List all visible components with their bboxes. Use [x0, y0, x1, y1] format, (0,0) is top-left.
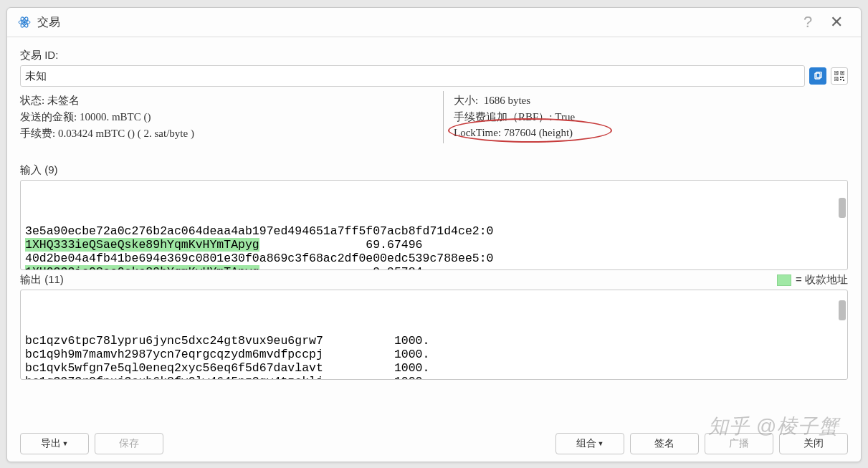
fee-value: 0.03424 mBTC () ( 2. sat/byte )	[58, 128, 194, 139]
size-line: 大小: 1686 bytes	[454, 94, 575, 108]
fee-line: 手续费: 0.03424 mBTC () ( 2. sat/byte )	[20, 127, 436, 140]
bottom-bar: 导出▼ 保存 组合▼ 签名 广播 关闭	[7, 426, 861, 462]
input-amount: 69.67496	[259, 238, 423, 252]
outputs-label: 输出 (11)	[20, 273, 64, 287]
txid-label: 交易 ID:	[20, 49, 848, 62]
qr-icon[interactable]	[831, 67, 848, 85]
locktime-line: LockTime: 787604 (height)	[454, 127, 575, 139]
titlebar: 交易 ? ✕	[7, 8, 861, 37]
input-amount: 9.95784	[259, 265, 423, 270]
combine-button[interactable]: 组合▼	[555, 433, 624, 454]
size-label: 大小:	[454, 95, 478, 106]
close-button[interactable]: 关闭	[779, 433, 848, 454]
fee-label: 手续费:	[20, 128, 55, 139]
input-address-line: 1XHQ333ieQSaeQske89hYqmKvHYmTApyg 9.9578…	[25, 265, 843, 270]
input-address-line: 1XHQ333ieQSaeQske89hYqmKvHYmTApyg 69.674…	[25, 238, 843, 252]
rbf-label: 手续费追加（RBF）:	[454, 111, 553, 123]
rbf-value: True	[555, 111, 575, 123]
svg-rect-14	[840, 79, 841, 80]
txid-input[interactable]	[20, 65, 805, 87]
window-title: 交易	[37, 15, 60, 30]
help-icon[interactable]: ?	[793, 13, 822, 32]
legend-text: = 收款地址	[796, 273, 848, 287]
status-label: 状态:	[20, 95, 44, 106]
output-line: bc1qzv6tpc78lypru6jync5dxc24gt8vux9eu6gr…	[25, 334, 843, 348]
outputs-label-row: 输出 (11) = 收款地址	[20, 273, 848, 287]
input-txid: 3e5a90ecbe72a0c276b2ac064deaa4ab197ed494…	[25, 224, 843, 238]
sign-button[interactable]: 签名	[630, 433, 699, 454]
inputs-label: 输入 (9)	[20, 163, 848, 177]
export-button[interactable]: 导出▼	[20, 433, 89, 454]
input-address: 1XHQ333ieQSaeQske89hYqmKvHYmTApyg	[25, 265, 259, 270]
status-value: 未签名	[47, 95, 80, 106]
svg-rect-11	[836, 79, 837, 80]
locktime-label: LockTime:	[454, 127, 501, 138]
svg-rect-15	[843, 80, 844, 81]
svg-rect-7	[836, 72, 837, 74]
size-value: 1686 bytes	[484, 95, 530, 106]
close-icon[interactable]: ✕	[822, 13, 851, 32]
save-button[interactable]: 保存	[95, 433, 163, 454]
output-line: bc1q9h9m7mamvh2987ycn7eqrgcqzydm6mvdfpcc…	[25, 348, 843, 361]
svg-point-0	[23, 21, 26, 24]
scrollbar-thumb[interactable]	[839, 198, 846, 218]
svg-rect-9	[842, 72, 844, 74]
output-line: bc1qvk5wfgn7e5ql0eneq2xyc56eq6f5d67davla…	[25, 361, 843, 375]
rbf-line: 手续费追加（RBF）: True	[454, 110, 575, 124]
electrum-icon	[17, 15, 32, 29]
inputs-list[interactable]: 3e5a90ecbe72a0c276b2ac064deaa4ab197ed494…	[20, 180, 848, 270]
svg-rect-13	[842, 77, 844, 78]
amount-value: 10000. mBTC ()	[80, 111, 151, 123]
outputs-list[interactable]: bc1qzv6tpc78lypru6jync5dxc24gt8vux9eu6gr…	[20, 290, 848, 380]
svg-rect-12	[840, 77, 841, 78]
output-line: bc1q3973r2fpuj3cuh6k8fy0lw4645nz2gy4tzsk…	[25, 375, 843, 380]
broadcast-button[interactable]: 广播	[705, 433, 773, 454]
transaction-dialog: 交易 ? ✕ 交易 ID: 状态:	[6, 7, 862, 462]
legend-swatch	[777, 274, 791, 286]
locktime-value: 787604 (height)	[504, 127, 573, 138]
amount-line: 发送的金额: 10000. mBTC ()	[20, 110, 436, 124]
copy-icon[interactable]	[809, 67, 826, 85]
amount-label: 发送的金额:	[20, 111, 77, 123]
status-line: 状态: 未签名	[20, 94, 436, 108]
input-txid: 40d2be04a4fb41be694e369c0801e30f0a869c3f…	[25, 252, 843, 265]
input-address: 1XHQ333ieQSaeQske89hYqmKvHYmTApyg	[25, 238, 259, 252]
scrollbar-thumb[interactable]	[839, 300, 846, 320]
